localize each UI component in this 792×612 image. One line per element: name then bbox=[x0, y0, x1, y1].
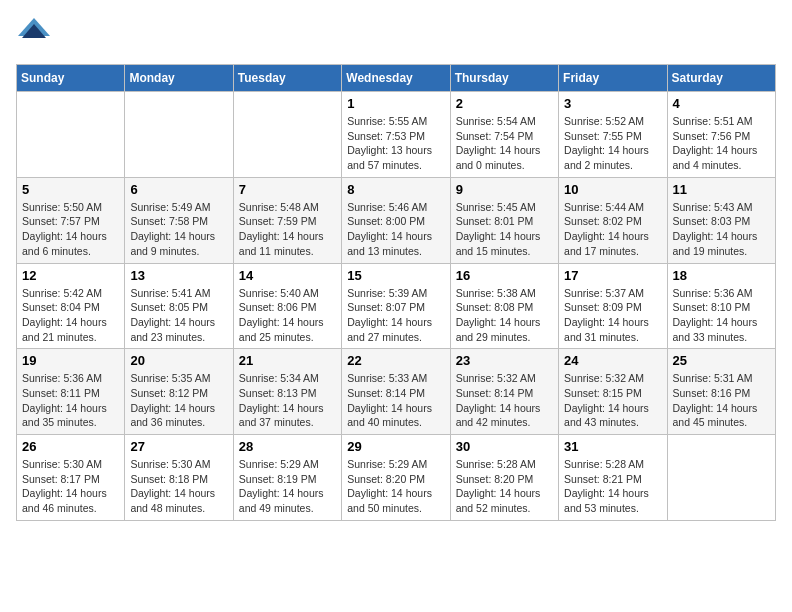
logo-icon bbox=[16, 16, 52, 56]
day-info: Sunrise: 5:29 AMSunset: 8:19 PMDaylight:… bbox=[239, 457, 336, 516]
day-info: Sunrise: 5:52 AMSunset: 7:55 PMDaylight:… bbox=[564, 114, 661, 173]
calendar-cell: 12Sunrise: 5:42 AMSunset: 8:04 PMDayligh… bbox=[17, 263, 125, 349]
calendar-cell: 27Sunrise: 5:30 AMSunset: 8:18 PMDayligh… bbox=[125, 435, 233, 521]
calendar-cell bbox=[17, 92, 125, 178]
calendar-cell bbox=[125, 92, 233, 178]
day-number: 21 bbox=[239, 353, 336, 368]
day-info: Sunrise: 5:43 AMSunset: 8:03 PMDaylight:… bbox=[673, 200, 770, 259]
calendar-cell bbox=[667, 435, 775, 521]
calendar-cell: 7Sunrise: 5:48 AMSunset: 7:59 PMDaylight… bbox=[233, 177, 341, 263]
day-number: 5 bbox=[22, 182, 119, 197]
col-header-tuesday: Tuesday bbox=[233, 65, 341, 92]
calendar-cell: 29Sunrise: 5:29 AMSunset: 8:20 PMDayligh… bbox=[342, 435, 450, 521]
calendar-cell: 23Sunrise: 5:32 AMSunset: 8:14 PMDayligh… bbox=[450, 349, 558, 435]
week-row-2: 5Sunrise: 5:50 AMSunset: 7:57 PMDaylight… bbox=[17, 177, 776, 263]
day-number: 6 bbox=[130, 182, 227, 197]
page-header bbox=[16, 16, 776, 56]
day-number: 23 bbox=[456, 353, 553, 368]
calendar-cell: 8Sunrise: 5:46 AMSunset: 8:00 PMDaylight… bbox=[342, 177, 450, 263]
day-number: 24 bbox=[564, 353, 661, 368]
day-number: 25 bbox=[673, 353, 770, 368]
day-number: 15 bbox=[347, 268, 444, 283]
calendar-cell: 25Sunrise: 5:31 AMSunset: 8:16 PMDayligh… bbox=[667, 349, 775, 435]
day-info: Sunrise: 5:44 AMSunset: 8:02 PMDaylight:… bbox=[564, 200, 661, 259]
day-number: 8 bbox=[347, 182, 444, 197]
day-number: 22 bbox=[347, 353, 444, 368]
calendar-cell: 22Sunrise: 5:33 AMSunset: 8:14 PMDayligh… bbox=[342, 349, 450, 435]
col-header-saturday: Saturday bbox=[667, 65, 775, 92]
day-number: 3 bbox=[564, 96, 661, 111]
calendar-header-row: SundayMondayTuesdayWednesdayThursdayFrid… bbox=[17, 65, 776, 92]
day-info: Sunrise: 5:37 AMSunset: 8:09 PMDaylight:… bbox=[564, 286, 661, 345]
day-info: Sunrise: 5:30 AMSunset: 8:18 PMDaylight:… bbox=[130, 457, 227, 516]
day-info: Sunrise: 5:36 AMSunset: 8:10 PMDaylight:… bbox=[673, 286, 770, 345]
day-info: Sunrise: 5:50 AMSunset: 7:57 PMDaylight:… bbox=[22, 200, 119, 259]
day-info: Sunrise: 5:51 AMSunset: 7:56 PMDaylight:… bbox=[673, 114, 770, 173]
calendar-cell: 17Sunrise: 5:37 AMSunset: 8:09 PMDayligh… bbox=[559, 263, 667, 349]
day-number: 19 bbox=[22, 353, 119, 368]
day-number: 4 bbox=[673, 96, 770, 111]
day-info: Sunrise: 5:29 AMSunset: 8:20 PMDaylight:… bbox=[347, 457, 444, 516]
week-row-3: 12Sunrise: 5:42 AMSunset: 8:04 PMDayligh… bbox=[17, 263, 776, 349]
calendar-cell: 15Sunrise: 5:39 AMSunset: 8:07 PMDayligh… bbox=[342, 263, 450, 349]
day-info: Sunrise: 5:48 AMSunset: 7:59 PMDaylight:… bbox=[239, 200, 336, 259]
calendar-cell: 16Sunrise: 5:38 AMSunset: 8:08 PMDayligh… bbox=[450, 263, 558, 349]
day-number: 31 bbox=[564, 439, 661, 454]
col-header-sunday: Sunday bbox=[17, 65, 125, 92]
day-number: 26 bbox=[22, 439, 119, 454]
calendar-cell: 21Sunrise: 5:34 AMSunset: 8:13 PMDayligh… bbox=[233, 349, 341, 435]
day-info: Sunrise: 5:42 AMSunset: 8:04 PMDaylight:… bbox=[22, 286, 119, 345]
day-number: 28 bbox=[239, 439, 336, 454]
day-info: Sunrise: 5:32 AMSunset: 8:14 PMDaylight:… bbox=[456, 371, 553, 430]
day-number: 29 bbox=[347, 439, 444, 454]
day-info: Sunrise: 5:28 AMSunset: 8:20 PMDaylight:… bbox=[456, 457, 553, 516]
day-number: 27 bbox=[130, 439, 227, 454]
day-number: 9 bbox=[456, 182, 553, 197]
calendar-cell: 4Sunrise: 5:51 AMSunset: 7:56 PMDaylight… bbox=[667, 92, 775, 178]
day-number: 18 bbox=[673, 268, 770, 283]
calendar-cell bbox=[233, 92, 341, 178]
calendar-cell: 20Sunrise: 5:35 AMSunset: 8:12 PMDayligh… bbox=[125, 349, 233, 435]
day-info: Sunrise: 5:45 AMSunset: 8:01 PMDaylight:… bbox=[456, 200, 553, 259]
calendar-cell: 3Sunrise: 5:52 AMSunset: 7:55 PMDaylight… bbox=[559, 92, 667, 178]
calendar-cell: 18Sunrise: 5:36 AMSunset: 8:10 PMDayligh… bbox=[667, 263, 775, 349]
day-info: Sunrise: 5:46 AMSunset: 8:00 PMDaylight:… bbox=[347, 200, 444, 259]
day-info: Sunrise: 5:40 AMSunset: 8:06 PMDaylight:… bbox=[239, 286, 336, 345]
day-info: Sunrise: 5:49 AMSunset: 7:58 PMDaylight:… bbox=[130, 200, 227, 259]
calendar-cell: 10Sunrise: 5:44 AMSunset: 8:02 PMDayligh… bbox=[559, 177, 667, 263]
calendar-cell: 26Sunrise: 5:30 AMSunset: 8:17 PMDayligh… bbox=[17, 435, 125, 521]
day-info: Sunrise: 5:32 AMSunset: 8:15 PMDaylight:… bbox=[564, 371, 661, 430]
day-number: 14 bbox=[239, 268, 336, 283]
day-info: Sunrise: 5:38 AMSunset: 8:08 PMDaylight:… bbox=[456, 286, 553, 345]
day-number: 10 bbox=[564, 182, 661, 197]
calendar-cell: 1Sunrise: 5:55 AMSunset: 7:53 PMDaylight… bbox=[342, 92, 450, 178]
calendar-cell: 19Sunrise: 5:36 AMSunset: 8:11 PMDayligh… bbox=[17, 349, 125, 435]
calendar-cell: 14Sunrise: 5:40 AMSunset: 8:06 PMDayligh… bbox=[233, 263, 341, 349]
calendar-cell: 30Sunrise: 5:28 AMSunset: 8:20 PMDayligh… bbox=[450, 435, 558, 521]
day-info: Sunrise: 5:39 AMSunset: 8:07 PMDaylight:… bbox=[347, 286, 444, 345]
calendar-cell: 9Sunrise: 5:45 AMSunset: 8:01 PMDaylight… bbox=[450, 177, 558, 263]
day-number: 20 bbox=[130, 353, 227, 368]
calendar-cell: 5Sunrise: 5:50 AMSunset: 7:57 PMDaylight… bbox=[17, 177, 125, 263]
logo bbox=[16, 16, 56, 56]
day-info: Sunrise: 5:33 AMSunset: 8:14 PMDaylight:… bbox=[347, 371, 444, 430]
day-info: Sunrise: 5:28 AMSunset: 8:21 PMDaylight:… bbox=[564, 457, 661, 516]
day-info: Sunrise: 5:34 AMSunset: 8:13 PMDaylight:… bbox=[239, 371, 336, 430]
day-number: 16 bbox=[456, 268, 553, 283]
week-row-5: 26Sunrise: 5:30 AMSunset: 8:17 PMDayligh… bbox=[17, 435, 776, 521]
day-number: 17 bbox=[564, 268, 661, 283]
col-header-monday: Monday bbox=[125, 65, 233, 92]
calendar-cell: 2Sunrise: 5:54 AMSunset: 7:54 PMDaylight… bbox=[450, 92, 558, 178]
calendar-cell: 31Sunrise: 5:28 AMSunset: 8:21 PMDayligh… bbox=[559, 435, 667, 521]
calendar-table: SundayMondayTuesdayWednesdayThursdayFrid… bbox=[16, 64, 776, 521]
calendar-cell: 24Sunrise: 5:32 AMSunset: 8:15 PMDayligh… bbox=[559, 349, 667, 435]
col-header-thursday: Thursday bbox=[450, 65, 558, 92]
calendar-cell: 6Sunrise: 5:49 AMSunset: 7:58 PMDaylight… bbox=[125, 177, 233, 263]
day-number: 7 bbox=[239, 182, 336, 197]
day-info: Sunrise: 5:36 AMSunset: 8:11 PMDaylight:… bbox=[22, 371, 119, 430]
day-number: 30 bbox=[456, 439, 553, 454]
col-header-friday: Friday bbox=[559, 65, 667, 92]
calendar-cell: 28Sunrise: 5:29 AMSunset: 8:19 PMDayligh… bbox=[233, 435, 341, 521]
day-number: 13 bbox=[130, 268, 227, 283]
calendar-cell: 11Sunrise: 5:43 AMSunset: 8:03 PMDayligh… bbox=[667, 177, 775, 263]
